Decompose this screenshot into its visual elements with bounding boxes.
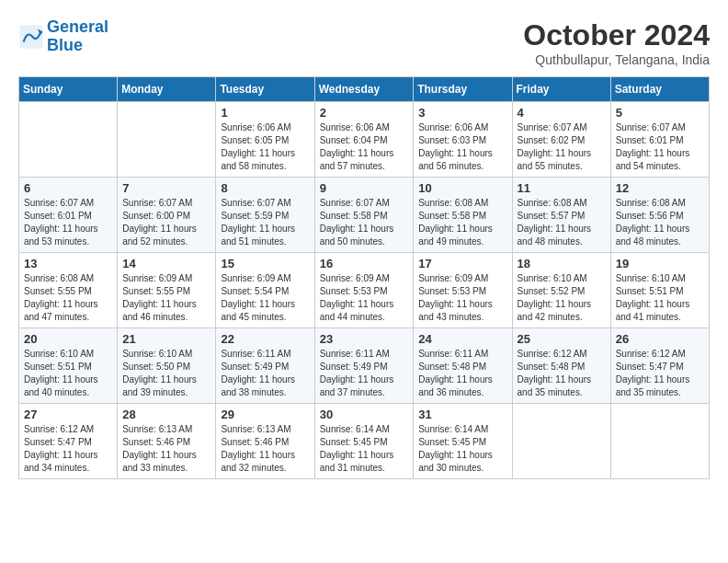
day-info: Sunrise: 6:10 AMSunset: 5:51 PMDaylight:… (616, 272, 704, 324)
calendar-cell: 3 Sunrise: 6:06 AMSunset: 6:03 PMDayligh… (414, 102, 512, 178)
day-number: 14 (122, 257, 210, 270)
day-info: Sunrise: 6:13 AMSunset: 5:46 PMDaylight:… (122, 423, 210, 475)
day-number: 30 (320, 408, 409, 421)
calendar-cell: 17 Sunrise: 6:09 AMSunset: 5:53 PMDaylig… (414, 253, 512, 328)
day-number: 4 (518, 106, 606, 120)
day-info: Sunrise: 6:10 AMSunset: 5:51 PMDaylight:… (24, 348, 112, 399)
day-number: 17 (418, 257, 506, 270)
day-number: 24 (418, 332, 506, 346)
day-info: Sunrise: 6:06 AMSunset: 6:05 PMDaylight:… (221, 121, 309, 173)
calendar-cell: 28 Sunrise: 6:13 AMSunset: 5:46 PMDaylig… (118, 404, 216, 479)
day-info: Sunrise: 6:11 AMSunset: 5:49 PMDaylight:… (221, 348, 309, 399)
day-number: 21 (122, 332, 210, 346)
month-title: October 2024 (523, 18, 710, 52)
day-info: Sunrise: 6:11 AMSunset: 5:48 PMDaylight:… (418, 348, 506, 399)
day-info: Sunrise: 6:07 AMSunset: 5:59 PMDaylight:… (221, 197, 309, 248)
calendar-cell: 10 Sunrise: 6:08 AMSunset: 5:58 PMDaylig… (414, 178, 512, 253)
day-number: 13 (24, 257, 112, 270)
day-info: Sunrise: 6:10 AMSunset: 5:52 PMDaylight:… (518, 272, 606, 324)
calendar-week-row: 13 Sunrise: 6:08 AMSunset: 5:55 PMDaylig… (19, 253, 710, 328)
calendar-cell: 30 Sunrise: 6:14 AMSunset: 5:45 PMDaylig… (314, 404, 414, 479)
day-number: 6 (24, 181, 112, 195)
calendar-cell: 11 Sunrise: 6:08 AMSunset: 5:57 PMDaylig… (512, 178, 610, 253)
calendar-cell: 26 Sunrise: 6:12 AMSunset: 5:47 PMDaylig… (610, 328, 709, 404)
day-info: Sunrise: 6:14 AMSunset: 5:45 PMDaylight:… (418, 423, 506, 475)
calendar-cell: 15 Sunrise: 6:09 AMSunset: 5:54 PMDaylig… (216, 253, 314, 328)
weekday-header: Tuesday (216, 77, 314, 102)
calendar-week-row: 27 Sunrise: 6:12 AMSunset: 5:47 PMDaylig… (19, 404, 710, 479)
day-info: Sunrise: 6:08 AMSunset: 5:58 PMDaylight:… (418, 197, 506, 248)
day-info: Sunrise: 6:12 AMSunset: 5:48 PMDaylight:… (518, 348, 606, 399)
day-number: 12 (616, 181, 704, 195)
day-info: Sunrise: 6:07 AMSunset: 5:58 PMDaylight:… (320, 197, 409, 248)
day-number: 2 (320, 106, 409, 120)
weekday-header: Saturday (610, 77, 709, 102)
day-number: 31 (418, 408, 506, 421)
day-number: 10 (418, 181, 506, 195)
day-info: Sunrise: 6:09 AMSunset: 5:54 PMDaylight:… (221, 272, 309, 324)
day-number: 29 (221, 408, 309, 421)
calendar-cell: 8 Sunrise: 6:07 AMSunset: 5:59 PMDayligh… (216, 178, 314, 253)
day-number: 18 (518, 257, 606, 270)
calendar-cell (118, 102, 216, 178)
day-number: 22 (221, 332, 309, 346)
day-info: Sunrise: 6:11 AMSunset: 5:49 PMDaylight:… (320, 348, 409, 399)
title-block: October 2024 Quthbullapur, Telangana, In… (523, 18, 710, 67)
day-info: Sunrise: 6:09 AMSunset: 5:55 PMDaylight:… (122, 272, 210, 324)
calendar-cell: 31 Sunrise: 6:14 AMSunset: 5:45 PMDaylig… (414, 404, 512, 479)
day-number: 16 (320, 257, 409, 270)
calendar-cell: 21 Sunrise: 6:10 AMSunset: 5:50 PMDaylig… (118, 328, 216, 404)
day-info: Sunrise: 6:12 AMSunset: 5:47 PMDaylight:… (24, 423, 112, 475)
calendar-cell (610, 404, 709, 479)
weekday-header: Friday (512, 77, 610, 102)
weekday-header: Monday (118, 77, 216, 102)
logo: General Blue (18, 18, 108, 55)
weekday-header: Thursday (414, 77, 512, 102)
calendar-cell: 7 Sunrise: 6:07 AMSunset: 6:00 PMDayligh… (118, 178, 216, 253)
calendar-cell: 4 Sunrise: 6:07 AMSunset: 6:02 PMDayligh… (512, 102, 610, 178)
calendar-cell: 18 Sunrise: 6:10 AMSunset: 5:52 PMDaylig… (512, 253, 610, 328)
calendar-cell: 9 Sunrise: 6:07 AMSunset: 5:58 PMDayligh… (314, 178, 414, 253)
calendar-cell: 12 Sunrise: 6:08 AMSunset: 5:56 PMDaylig… (610, 178, 709, 253)
day-info: Sunrise: 6:07 AMSunset: 6:01 PMDaylight:… (616, 121, 704, 173)
page-header: General Blue October 2024 Quthbullapur, … (18, 18, 710, 67)
day-number: 25 (518, 332, 606, 346)
svg-rect-0 (19, 25, 42, 48)
calendar-cell: 2 Sunrise: 6:06 AMSunset: 6:04 PMDayligh… (314, 102, 414, 178)
calendar-week-row: 1 Sunrise: 6:06 AMSunset: 6:05 PMDayligh… (19, 102, 710, 178)
day-number: 1 (221, 106, 309, 120)
day-number: 23 (320, 332, 409, 346)
day-info: Sunrise: 6:12 AMSunset: 5:47 PMDaylight:… (616, 348, 704, 399)
calendar-cell: 19 Sunrise: 6:10 AMSunset: 5:51 PMDaylig… (610, 253, 709, 328)
logo-line2: Blue (47, 36, 83, 54)
day-number: 5 (616, 106, 704, 120)
day-info: Sunrise: 6:09 AMSunset: 5:53 PMDaylight:… (320, 272, 409, 324)
calendar-table: SundayMondayTuesdayWednesdayThursdayFrid… (18, 76, 710, 479)
day-number: 8 (221, 181, 309, 195)
calendar-cell: 29 Sunrise: 6:13 AMSunset: 5:46 PMDaylig… (216, 404, 314, 479)
calendar-cell: 24 Sunrise: 6:11 AMSunset: 5:48 PMDaylig… (414, 328, 512, 404)
day-number: 27 (24, 408, 112, 421)
day-number: 20 (24, 332, 112, 346)
calendar-week-row: 20 Sunrise: 6:10 AMSunset: 5:51 PMDaylig… (19, 328, 710, 404)
calendar-cell: 20 Sunrise: 6:10 AMSunset: 5:51 PMDaylig… (19, 328, 118, 404)
calendar-cell (19, 102, 118, 178)
day-number: 9 (320, 181, 409, 195)
calendar-cell: 13 Sunrise: 6:08 AMSunset: 5:55 PMDaylig… (19, 253, 118, 328)
calendar-cell: 25 Sunrise: 6:12 AMSunset: 5:48 PMDaylig… (512, 328, 610, 404)
weekday-header-row: SundayMondayTuesdayWednesdayThursdayFrid… (19, 77, 710, 102)
weekday-header: Wednesday (314, 77, 414, 102)
location: Quthbullapur, Telangana, India (523, 52, 710, 67)
logo-text: General Blue (47, 18, 108, 55)
day-number: 28 (122, 408, 210, 421)
day-number: 3 (418, 106, 506, 120)
day-info: Sunrise: 6:13 AMSunset: 5:46 PMDaylight:… (221, 423, 309, 475)
day-info: Sunrise: 6:10 AMSunset: 5:50 PMDaylight:… (122, 348, 210, 399)
calendar-cell: 23 Sunrise: 6:11 AMSunset: 5:49 PMDaylig… (314, 328, 414, 404)
calendar-cell: 6 Sunrise: 6:07 AMSunset: 6:01 PMDayligh… (19, 178, 118, 253)
day-info: Sunrise: 6:06 AMSunset: 6:03 PMDaylight:… (418, 121, 506, 173)
calendar-cell: 27 Sunrise: 6:12 AMSunset: 5:47 PMDaylig… (19, 404, 118, 479)
day-number: 26 (616, 332, 704, 346)
day-info: Sunrise: 6:08 AMSunset: 5:55 PMDaylight:… (24, 272, 112, 324)
day-number: 7 (122, 181, 210, 195)
